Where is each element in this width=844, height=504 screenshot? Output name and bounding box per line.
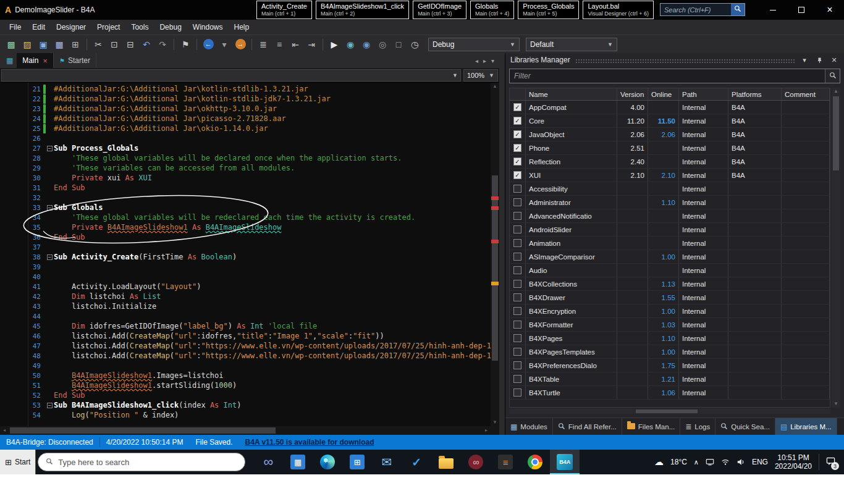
library-row[interactable]: B4XPagesTemplates1.00Internal	[510, 345, 830, 359]
library-checkbox[interactable]: ✓	[513, 171, 521, 179]
tool-tab-modules[interactable]: ▦Modules	[505, 418, 553, 435]
menu-help[interactable]: Help	[229, 20, 255, 34]
menu-edit[interactable]: Edit	[27, 20, 51, 34]
search-input[interactable]	[660, 4, 731, 15]
toolbar-save-icon[interactable]: ▣	[36, 37, 51, 52]
library-row[interactable]: B4XPreferencesDialo1.75Internal	[510, 359, 830, 372]
error-marker[interactable]	[491, 240, 499, 243]
update-link[interactable]: B4A v11.50 is available for download	[239, 438, 381, 447]
library-row[interactable]: AnimationInternal	[510, 237, 830, 250]
menu-designer[interactable]: Designer	[51, 20, 91, 34]
fold-collapse-icon[interactable]: −	[47, 254, 53, 260]
editor-horizontal-scrollbar[interactable]: ◂ ▸	[0, 426, 491, 435]
toolbar-outdent-icon[interactable]: ⇤	[288, 37, 303, 52]
library-checkbox[interactable]: ✓	[513, 158, 521, 166]
toolbar-bridge-icon[interactable]: ◉	[359, 37, 374, 52]
chrome-icon[interactable]	[520, 450, 550, 474]
toolbar-goto-line-icon[interactable]: ≣	[256, 37, 271, 52]
library-checkbox[interactable]: ✓	[513, 103, 521, 111]
library-row[interactable]: ASImageComparisor1.00Internal	[510, 250, 830, 264]
weather-cloud-icon[interactable]: ☁	[654, 456, 664, 468]
tool-tab-files-man-[interactable]: Files Man...	[622, 418, 680, 435]
library-checkbox[interactable]: ✓	[513, 117, 521, 125]
store-icon[interactable]: ⊞	[342, 450, 372, 474]
library-checkbox[interactable]	[513, 334, 521, 342]
toolbar-new-project-icon[interactable]: ▩	[4, 37, 19, 52]
library-row[interactable]: ✓XUI2.102.10InternalB4A	[510, 169, 830, 182]
library-row[interactable]: AccessibilityInternal	[510, 182, 830, 196]
member-combo[interactable]: ▼	[1, 69, 461, 82]
minimize-button[interactable]	[759, 0, 787, 20]
tray-expand-icon[interactable]: ∧	[694, 458, 699, 466]
taskbar-search[interactable]: Type here to search	[38, 453, 245, 471]
close-tab-icon[interactable]: ×	[43, 56, 48, 65]
library-row[interactable]: B4XFormatter1.03Internal	[510, 318, 830, 332]
library-row[interactable]: AdvancedNotificatioInternal	[510, 209, 830, 223]
debug-combo[interactable]: Debug▼	[428, 38, 520, 51]
library-row[interactable]: AudioInternal	[510, 264, 830, 277]
scroll-up-icon[interactable]: ▲	[832, 88, 840, 95]
library-checkbox[interactable]	[513, 348, 521, 356]
filter-search-button[interactable]	[825, 69, 840, 83]
quick-tab-button[interactable]: GlobalsMain (ctrl + 4)	[470, 1, 514, 19]
library-checkbox[interactable]	[513, 198, 521, 206]
visual-studio-icon[interactable]: ∞	[253, 450, 283, 474]
language-indicator[interactable]: ENG	[752, 458, 768, 466]
wifi-icon[interactable]	[721, 458, 730, 466]
quick-tab-button[interactable]: Layout.balVisual Designer (ctrl + 6)	[583, 1, 654, 19]
maximize-button[interactable]	[787, 0, 816, 20]
editor-tab-main[interactable]: Main×	[17, 53, 54, 68]
quick-tab-button[interactable]: GetIDOfImageMain (ctrl + 3)	[413, 1, 466, 19]
tool-tab-logs[interactable]: ≣Logs	[680, 418, 715, 435]
clock[interactable]: 10:51 PM 2022/04/20	[775, 453, 812, 471]
blue-app-icon[interactable]: ▦	[283, 450, 313, 474]
editor-tab-starter[interactable]: ⚑Starter	[54, 53, 96, 68]
chevron-down-icon[interactable]: ▾	[800, 55, 809, 65]
library-row[interactable]: B4XPages1.10Internal	[510, 332, 830, 345]
library-checkbox[interactable]	[513, 375, 521, 383]
equalizer-app-icon[interactable]: ≡	[491, 450, 520, 474]
library-row[interactable]: B4XEncryption1.00Internal	[510, 304, 830, 318]
scrollbar-thumb[interactable]	[636, 410, 698, 413]
b4a-icon[interactable]: B4A	[550, 450, 580, 474]
library-checkbox[interactable]	[513, 185, 521, 193]
scroll-tabs-right-icon[interactable]: ▸	[483, 57, 486, 64]
column-header-platforms[interactable]: Platforms	[728, 88, 782, 100]
pin-icon[interactable]	[814, 55, 824, 65]
toolbar-open-project-icon[interactable]: ▨	[20, 37, 35, 52]
error-marker[interactable]	[491, 196, 499, 200]
quick-tab-button[interactable]: Activity_CreateMain (ctrl + 1)	[256, 1, 312, 19]
menu-project[interactable]: Project	[91, 20, 125, 34]
library-checkbox[interactable]	[513, 239, 521, 247]
library-checkbox[interactable]: ✓	[513, 144, 521, 152]
library-checkbox[interactable]	[513, 212, 521, 220]
scrollbar-thumb[interactable]	[10, 427, 276, 434]
library-checkbox[interactable]	[513, 388, 521, 397]
toolbar-redo-icon[interactable]: ↷	[155, 37, 170, 52]
scrollbar-thumb[interactable]	[833, 96, 839, 170]
library-row[interactable]: ✓AppCompat4.00InternalB4A	[510, 101, 830, 114]
library-checkbox[interactable]	[513, 253, 521, 261]
toolbar-undo-icon[interactable]: ↶	[139, 37, 154, 52]
toolbar-back-history-icon[interactable]: ▾	[217, 37, 232, 52]
toolbar-compile-icon[interactable]: ◉	[343, 37, 358, 52]
toolbar-bookmark-icon[interactable]: ⚑	[178, 37, 193, 52]
scroll-right-icon[interactable]: ▸	[482, 426, 491, 435]
library-checkbox[interactable]	[513, 307, 521, 315]
tool-tab-find-all-refer-[interactable]: Find All Refer...	[553, 418, 622, 435]
toolbar-cut-icon[interactable]: ✂	[91, 37, 106, 52]
column-header-comment[interactable]: Comment	[782, 88, 830, 100]
toolbar-members-list-icon[interactable]: ≡	[272, 37, 287, 52]
toolbar-save-all-icon[interactable]: ▦	[52, 37, 67, 52]
library-row[interactable]: B4XCollections1.13Internal	[510, 277, 830, 291]
library-row[interactable]: B4XTable1.21Internal	[510, 372, 830, 386]
fold-collapse-icon[interactable]: −	[47, 146, 53, 151]
toolbar-timer-icon[interactable]: ◷	[407, 37, 422, 52]
scroll-down-icon[interactable]: ▼	[491, 419, 499, 426]
close-button[interactable]: ×	[816, 0, 844, 20]
library-checkbox[interactable]	[513, 280, 521, 288]
build-config-combo[interactable]: Default▼	[526, 38, 617, 51]
menu-file[interactable]: File	[4, 20, 27, 34]
search-button[interactable]	[731, 4, 745, 15]
tool-tab-libraries-m-[interactable]: ▤Libraries M...	[775, 418, 837, 435]
